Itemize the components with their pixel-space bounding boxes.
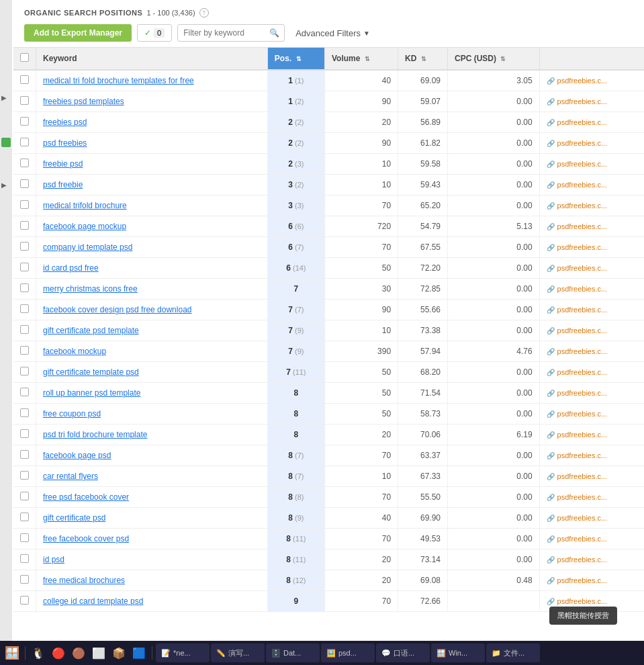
keyword-cell[interactable]: facebook page psd bbox=[36, 445, 268, 466]
keyword-cell[interactable]: medical tri fold brochure templates for … bbox=[36, 70, 268, 91]
taskbar-app-item[interactable]: 🖼️psd... bbox=[321, 644, 375, 662]
url-cell[interactable]: 🔗psdfreebies.c... bbox=[539, 570, 644, 591]
url-cell[interactable]: 🔗psdfreebies.c... bbox=[539, 529, 644, 549]
info-icon[interactable]: ? bbox=[199, 8, 209, 17]
row-checkbox[interactable] bbox=[20, 596, 29, 605]
header-checkbox[interactable] bbox=[20, 53, 29, 62]
row-checkbox[interactable] bbox=[20, 575, 29, 584]
row-checkbox[interactable] bbox=[20, 96, 29, 105]
row-checkbox[interactable] bbox=[20, 554, 29, 563]
taskbar-app-item[interactable]: 🗄️Dat... bbox=[266, 644, 320, 662]
url-cell[interactable]: 🔗psdfreebies.c... bbox=[539, 70, 644, 91]
url-cell[interactable]: 🔗psdfreebies.c... bbox=[539, 154, 644, 175]
url-cell[interactable]: 🔗psdfreebies.c... bbox=[539, 383, 644, 404]
col-header-checkbox[interactable] bbox=[13, 48, 36, 70]
row-checkbox-cell[interactable] bbox=[13, 320, 36, 341]
url-cell[interactable]: 🔗psdfreebies.c... bbox=[539, 341, 644, 362]
url-cell[interactable]: 🔗psdfreebies.c... bbox=[539, 320, 644, 341]
sidebar-arrow-2[interactable]: ▶ bbox=[1, 181, 7, 189]
keyword-cell[interactable]: facebook cover design psd free download bbox=[36, 300, 268, 320]
url-cell[interactable]: 🔗psdfreebies.c... bbox=[539, 279, 644, 300]
keyword-cell[interactable]: psd freebie bbox=[36, 175, 268, 195]
row-checkbox-cell[interactable] bbox=[13, 425, 36, 445]
keyword-cell[interactable]: freebie psd bbox=[36, 154, 268, 175]
url-cell[interactable]: 🔗psdfreebies.c... bbox=[539, 466, 644, 487]
row-checkbox[interactable] bbox=[20, 200, 29, 209]
keyword-cell[interactable]: gift certificate psd bbox=[36, 508, 268, 529]
url-cell[interactable]: 🔗psdfreebies.c... bbox=[539, 487, 644, 508]
row-checkbox-cell[interactable] bbox=[13, 341, 36, 362]
url-cell[interactable]: 🔗psdfreebies.c... bbox=[539, 216, 644, 237]
row-checkbox[interactable] bbox=[20, 117, 29, 126]
filter-input[interactable] bbox=[177, 24, 285, 42]
row-checkbox-cell[interactable] bbox=[13, 487, 36, 508]
url-cell[interactable]: 🔗psdfreebies.c... bbox=[539, 404, 644, 425]
row-checkbox-cell[interactable] bbox=[13, 112, 36, 133]
row-checkbox[interactable] bbox=[20, 75, 29, 84]
check-button[interactable]: ✓ 0 bbox=[137, 24, 172, 42]
row-checkbox[interactable] bbox=[20, 346, 29, 355]
row-checkbox-cell[interactable] bbox=[13, 133, 36, 154]
keyword-cell[interactable]: facebook mockup bbox=[36, 341, 268, 362]
row-checkbox-cell[interactable] bbox=[13, 216, 36, 237]
row-checkbox-cell[interactable] bbox=[13, 383, 36, 404]
keyword-cell[interactable]: free facebook cover psd bbox=[36, 529, 268, 549]
url-cell[interactable]: 🔗psdfreebies.c... bbox=[539, 237, 644, 258]
row-checkbox[interactable] bbox=[20, 221, 29, 230]
taskbar-app-item[interactable]: 📝*ne... bbox=[156, 644, 210, 662]
keyword-cell[interactable]: college id card template psd bbox=[36, 591, 268, 612]
keyword-cell[interactable]: car rental flyers bbox=[36, 466, 268, 487]
taskbar-icon-3[interactable]: 🟤 bbox=[69, 644, 88, 662]
url-cell[interactable]: 🔗psdfreebies.c... bbox=[539, 362, 644, 383]
keyword-cell[interactable]: merry christmas icons free bbox=[36, 279, 268, 300]
keyword-cell[interactable]: psd freebies bbox=[36, 133, 268, 154]
taskbar-chrome-icon[interactable]: 🐧 bbox=[29, 644, 48, 662]
url-cell[interactable]: 🔗psdfreebies.c... bbox=[539, 195, 644, 216]
row-checkbox[interactable] bbox=[20, 325, 29, 334]
taskbar-app-item[interactable]: 📁文件... bbox=[486, 644, 540, 662]
taskbar-app-item[interactable]: ✏️演写... bbox=[211, 644, 265, 662]
row-checkbox[interactable] bbox=[20, 304, 29, 313]
taskbar-start[interactable]: 🪟 bbox=[3, 644, 21, 662]
row-checkbox-cell[interactable] bbox=[13, 529, 36, 549]
row-checkbox-cell[interactable] bbox=[13, 300, 36, 320]
url-cell[interactable]: 🔗psdfreebies.c... bbox=[539, 258, 644, 279]
keyword-cell[interactable]: medical trifold brochure bbox=[36, 195, 268, 216]
keyword-cell[interactable]: freebies psd templates bbox=[36, 91, 268, 112]
row-checkbox[interactable] bbox=[20, 367, 29, 375]
row-checkbox-cell[interactable] bbox=[13, 445, 36, 466]
url-cell[interactable]: 🔗psdfreebies.c... bbox=[539, 112, 644, 133]
taskbar-icon-6[interactable]: 🟦 bbox=[130, 644, 148, 662]
keyword-cell[interactable]: id card psd free bbox=[36, 258, 268, 279]
row-checkbox-cell[interactable] bbox=[13, 91, 36, 112]
url-cell[interactable]: 🔗psdfreebies.c... bbox=[539, 445, 644, 466]
row-checkbox-cell[interactable] bbox=[13, 70, 36, 91]
row-checkbox-cell[interactable] bbox=[13, 195, 36, 216]
row-checkbox-cell[interactable] bbox=[13, 258, 36, 279]
row-checkbox[interactable] bbox=[20, 450, 29, 459]
keyword-cell[interactable]: gift certificate psd template bbox=[36, 320, 268, 341]
export-button[interactable]: Add to Export Manager bbox=[24, 24, 132, 42]
keyword-cell[interactable]: free coupon psd bbox=[36, 404, 268, 425]
taskbar-icon-4[interactable]: ⬜ bbox=[89, 644, 108, 662]
row-checkbox[interactable] bbox=[20, 283, 29, 292]
col-header-keyword[interactable]: Keyword bbox=[36, 48, 268, 70]
keyword-cell[interactable]: roll up banner psd template bbox=[36, 383, 268, 404]
url-cell[interactable]: 🔗psdfreebies.c... bbox=[539, 175, 644, 195]
row-checkbox-cell[interactable] bbox=[13, 591, 36, 612]
row-checkbox-cell[interactable] bbox=[13, 466, 36, 487]
url-cell[interactable]: 🔗psdfreebies.c... bbox=[539, 425, 644, 445]
col-header-volume[interactable]: Volume ⇅ bbox=[324, 48, 398, 70]
row-checkbox-cell[interactable] bbox=[13, 237, 36, 258]
row-checkbox[interactable] bbox=[20, 263, 29, 271]
row-checkbox-cell[interactable] bbox=[13, 362, 36, 383]
url-cell[interactable]: 🔗psdfreebies.c... bbox=[539, 133, 644, 154]
taskbar-icon-5[interactable]: 📦 bbox=[109, 644, 128, 662]
col-header-cpc[interactable]: CPC (USD) ⇅ bbox=[448, 48, 540, 70]
keyword-cell[interactable]: id psd bbox=[36, 549, 268, 570]
row-checkbox[interactable] bbox=[20, 388, 29, 396]
row-checkbox[interactable] bbox=[20, 429, 29, 438]
row-checkbox[interactable] bbox=[20, 159, 29, 167]
row-checkbox[interactable] bbox=[20, 138, 29, 146]
row-checkbox-cell[interactable] bbox=[13, 279, 36, 300]
